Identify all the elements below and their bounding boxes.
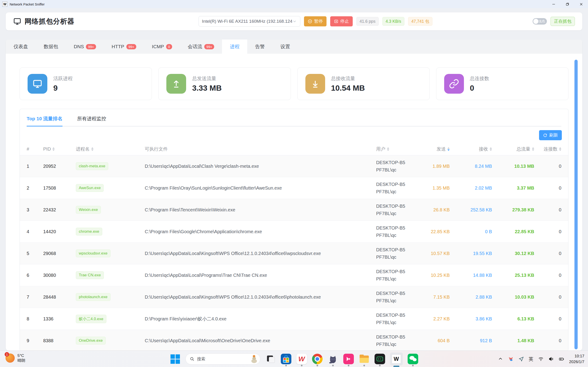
tab-settings[interactable]: 设置 [273,40,298,54]
cell-executable-path: C:\Users\qc\AppData\Local\Microsoft\OneD… [145,338,376,343]
taskbar-app-sniffer-active[interactable]: W [390,352,403,365]
terminal-app-icon [374,354,385,364]
maximize-button[interactable] [561,0,574,8]
interface-select[interactable]: Intel(R) Wi-Fi 6E AX211 160MHz (192.168.… [199,16,300,27]
cell-pid: 29068 [43,251,76,256]
tab-processes[interactable]: 进程 [222,40,247,54]
input-language-indicator[interactable]: 英 [529,356,533,362]
tab-all-processes[interactable]: 所有进程监控 [77,116,106,126]
taskbar-app-terminal[interactable] [374,353,385,365]
col-pid[interactable]: PID [43,146,76,152]
cell-total: 10.13 MB [492,164,534,169]
cell-user: DESKTOP-B5PF7BL\qc [376,224,411,239]
table-row[interactable]: 8 1336 蚁小二4.0.exe D:\Program Files\yixia… [20,308,568,330]
cell-sent: 22.85 KB [411,229,450,234]
start-button[interactable] [170,353,181,365]
cell-total: 6.13 KB [492,316,534,322]
stat-cards: 活跃进程 9 总发送流量 3.33 MB 总接收流量 1 [19,67,569,100]
cell-rank: 9 [27,338,43,343]
tab-packets[interactable]: 数据包 [36,40,66,54]
col-received[interactable]: 接收 [450,146,492,152]
table-row[interactable]: 4 14420 chrome.exe C:\Program Files\Goog… [20,221,568,242]
search-icon [190,357,194,361]
tab-top10-traffic[interactable]: Top 10 流量排名 [27,116,62,126]
cell-process-name: photolaunch.exe [76,293,145,301]
taskbar-app-wps[interactable]: W [296,353,307,365]
cell-connections: 0 [534,207,561,213]
weather-widget[interactable]: 1 5°C 晴朗 [5,353,25,363]
volume-icon[interactable] [548,356,554,362]
cell-total: 22.85 KB [492,229,534,234]
col-sent[interactable]: 发送 [411,146,450,152]
col-connections[interactable]: 连接数 [534,146,561,152]
tab-dns[interactable]: DNS99+ [66,40,104,54]
tab-alerts[interactable]: 告警 [247,40,273,54]
task-view-button[interactable] [265,353,276,365]
taskbar-app-pink[interactable] [343,353,354,365]
tab-http[interactable]: HTTP99+ [104,40,144,54]
wifi-icon[interactable] [538,356,544,362]
cell-rank: 5 [27,251,43,256]
table-row[interactable]: 1 20952 clash-meta.exe D:\Users\qc\AppDa… [20,155,568,177]
table-row[interactable]: 6 30080 Trae CN.exe D:\Users\qc\AppData\… [20,264,568,286]
stop-button[interactable]: 停止 [330,16,353,26]
cell-total: 279.38 KB [492,207,534,213]
col-total[interactable]: 总流量 [492,146,534,152]
taskbar-app-chrome[interactable] [312,353,323,365]
col-user[interactable]: 用户 [376,146,411,152]
process-name-badge: Weixin.exe [76,206,101,214]
table-row[interactable]: 7 28448 photolaunch.exe D:\Users\qc\AppD… [20,286,568,308]
theme-toggle[interactable]: 浅色 [533,18,547,25]
taskbar-app-store[interactable] [281,353,292,365]
taskbar-app-wechat[interactable] [407,353,418,365]
cell-received: 0 B [450,229,492,234]
location-arrow-icon[interactable] [518,356,524,362]
minimize-button[interactable] [547,0,561,8]
cell-executable-path: D:\Users\qc\AppData\Local\Kingsoft\WPS O… [145,294,376,300]
cell-executable-path: D:\Users\qc\AppData\Local\Programs\Trae … [145,273,376,278]
taskbar-app-file-explorer[interactable] [359,353,370,365]
table-row[interactable]: 3 22432 Weixin.exe C:\Program Files\Tenc… [20,199,568,221]
tab-sessions[interactable]: 会话流99+ [180,40,222,54]
refresh-button[interactable]: 刷新 [539,130,562,140]
table-row[interactable]: 9 8388 OneDrive.exe C:\Users\qc\AppData\… [20,330,568,350]
clock[interactable]: 10:17 2026/1/7 [569,353,584,365]
table-row[interactable]: 2 17508 AweSun.exe C:\Program Files\Oray… [20,177,568,199]
search-input[interactable]: 搜索 [185,353,260,365]
sort-icon [91,147,94,151]
taskbar-app-cat[interactable] [328,353,338,365]
dns-count-badge: 99+ [86,44,96,49]
col-process-name[interactable]: 进程名 [76,146,145,152]
cell-received: 3.86 KB [450,316,492,322]
table-header: # PID 进程名 可执行文件 用户 发送 接收 总流量 连接数 [20,143,568,155]
icmp-count-badge: 0 [166,44,172,49]
stop-record-icon [334,19,338,24]
pps-badge: 41.6 pps [356,17,379,26]
cell-sent: 604 B [411,338,450,343]
cell-rank: 4 [27,229,43,234]
battery-icon[interactable] [559,356,564,362]
cell-pid: 14420 [43,229,76,234]
cell-user: DESKTOP-B5PF7BL\qc [376,202,411,217]
table-body: 1 20952 clash-meta.exe D:\Users\qc\AppDa… [20,155,568,350]
download-icon [305,74,325,94]
table-row[interactable]: 5 29068 wpscloudsvr.exe D:\Users\qc\AppD… [20,242,568,264]
tray-expand-icon[interactable] [498,356,503,362]
cell-sent: 26.8 KB [411,207,450,213]
close-button[interactable] [574,0,588,8]
tab-icmp[interactable]: ICMP0 [144,40,180,54]
http-count-badge: 99+ [126,44,136,49]
tab-dashboard[interactable]: 仪表盘 [6,40,36,54]
cell-pid: 20952 [43,164,76,169]
cell-received: 8.24 MB [450,164,492,169]
wps-cloud-icon[interactable] [508,356,514,362]
stat-card-active-processes: 活跃进程 9 [19,67,152,100]
cat-app-icon [328,354,338,364]
cell-executable-path: C:\Program Files\Google\Chrome\Applicati… [145,229,376,234]
pause-button[interactable]: 暂停 [304,16,327,26]
cell-user: DESKTOP-B5PF7BL\qc [376,159,411,174]
scrollbar-thumb[interactable] [574,60,578,349]
toggle-knob [533,19,538,24]
cell-pid: 22432 [43,207,76,213]
cell-process-name: AweSun.exe [76,184,145,192]
